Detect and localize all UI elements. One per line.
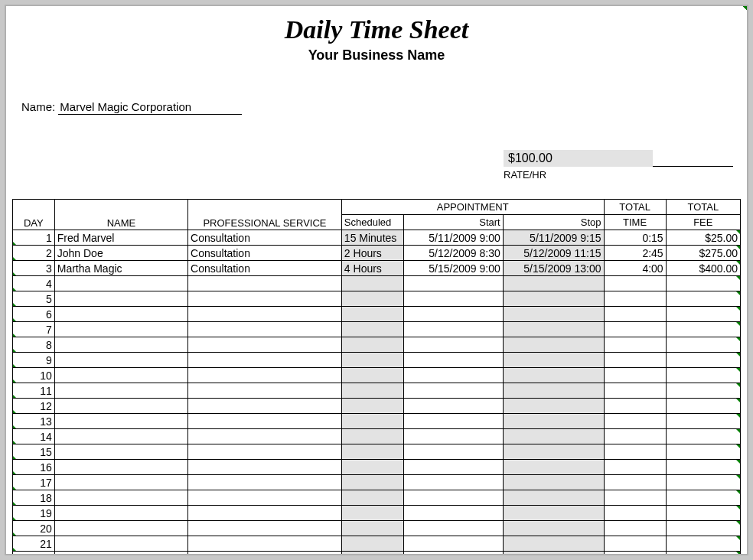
cell-scheduled[interactable] [341, 322, 403, 337]
cell-fee[interactable] [666, 276, 740, 291]
cell-fee[interactable] [666, 521, 740, 536]
cell-start[interactable] [403, 429, 503, 444]
cell-stop[interactable] [503, 460, 604, 475]
cell-day[interactable]: 12 [13, 399, 55, 414]
cell-fee[interactable]: $275.00 [666, 246, 740, 261]
cell-service[interactable] [188, 506, 342, 521]
cell-stop[interactable] [503, 521, 604, 536]
cell-start[interactable] [403, 383, 503, 399]
cell-name[interactable]: Fred Marvel [54, 230, 187, 246]
cell-start[interactable] [403, 536, 503, 552]
cell-day[interactable]: 8 [13, 337, 55, 353]
cell-scheduled[interactable] [341, 414, 403, 429]
cell-name[interactable] [54, 291, 187, 307]
cell-start[interactable] [403, 521, 503, 536]
cell-scheduled[interactable] [341, 429, 403, 444]
cell-time[interactable] [604, 353, 666, 368]
cell-service[interactable] [188, 536, 342, 552]
cell-day[interactable]: 11 [13, 383, 55, 399]
cell-day[interactable]: 14 [13, 429, 55, 444]
cell-scheduled[interactable] [341, 368, 403, 383]
cell-name[interactable] [54, 506, 187, 521]
cell-name[interactable]: Martha Magic [54, 261, 187, 276]
cell-fee[interactable] [666, 429, 740, 444]
cell-day[interactable]: 5 [13, 291, 55, 307]
cell-name[interactable] [54, 322, 187, 337]
cell-fee[interactable] [666, 322, 740, 337]
cell-scheduled[interactable] [341, 337, 403, 353]
cell-stop[interactable] [503, 276, 604, 291]
cell-name[interactable] [54, 490, 187, 506]
cell-stop[interactable]: 5/15/2009 13:00 [503, 261, 604, 276]
cell-name[interactable] [54, 429, 187, 444]
cell-day[interactable]: 13 [13, 414, 55, 429]
cell-fee[interactable] [666, 337, 740, 353]
cell-fee[interactable] [666, 291, 740, 307]
cell-time[interactable] [604, 322, 666, 337]
rate-input[interactable]: $100.00 [504, 150, 653, 167]
cell-service[interactable] [188, 353, 342, 368]
cell-fee[interactable] [666, 506, 740, 521]
cell-time[interactable] [604, 291, 666, 307]
cell-service[interactable] [188, 276, 342, 291]
cell-start[interactable] [403, 337, 503, 353]
cell-time[interactable] [604, 368, 666, 383]
cell-name[interactable] [54, 552, 187, 556]
cell-time[interactable] [604, 383, 666, 399]
cell-day[interactable]: 18 [13, 490, 55, 506]
cell-scheduled[interactable] [341, 291, 403, 307]
cell-name[interactable] [54, 383, 187, 399]
cell-fee[interactable] [666, 552, 740, 556]
cell-fee[interactable] [666, 383, 740, 399]
cell-name[interactable]: John Doe [54, 246, 187, 261]
cell-day[interactable]: 2 [13, 246, 55, 261]
cell-service[interactable] [188, 414, 342, 429]
cell-scheduled[interactable]: 4 Hours [341, 261, 403, 276]
cell-day[interactable]: 7 [13, 322, 55, 337]
cell-scheduled[interactable] [341, 307, 403, 322]
cell-stop[interactable] [503, 506, 604, 521]
cell-start[interactable] [403, 399, 503, 414]
cell-time[interactable] [604, 536, 666, 552]
cell-start[interactable] [403, 368, 503, 383]
cell-service[interactable] [188, 444, 342, 460]
cell-time[interactable] [604, 552, 666, 556]
cell-time[interactable] [604, 444, 666, 460]
cell-time[interactable] [604, 276, 666, 291]
cell-time[interactable] [604, 307, 666, 322]
cell-service[interactable] [188, 337, 342, 353]
cell-stop[interactable]: 5/11/2009 9:15 [503, 230, 604, 246]
cell-service[interactable] [188, 460, 342, 475]
cell-stop[interactable] [503, 414, 604, 429]
cell-start[interactable] [403, 307, 503, 322]
cell-scheduled[interactable] [341, 399, 403, 414]
cell-stop[interactable]: 5/12/2009 11:15 [503, 246, 604, 261]
cell-time[interactable] [604, 337, 666, 353]
cell-name[interactable] [54, 368, 187, 383]
cell-name[interactable] [54, 276, 187, 291]
cell-service[interactable]: Consultation [188, 230, 342, 246]
cell-time[interactable] [604, 506, 666, 521]
cell-stop[interactable] [503, 383, 604, 399]
cell-stop[interactable] [503, 368, 604, 383]
cell-stop[interactable] [503, 475, 604, 490]
cell-name[interactable] [54, 460, 187, 475]
cell-stop[interactable] [503, 322, 604, 337]
cell-name[interactable] [54, 521, 187, 536]
cell-name[interactable] [54, 444, 187, 460]
cell-start[interactable] [403, 506, 503, 521]
cell-fee[interactable] [666, 475, 740, 490]
name-input[interactable]: Marvel Magic Corporation [58, 100, 242, 115]
cell-time[interactable] [604, 490, 666, 506]
cell-name[interactable] [54, 399, 187, 414]
cell-fee[interactable] [666, 460, 740, 475]
cell-service[interactable]: Consultation [188, 261, 342, 276]
cell-time[interactable] [604, 429, 666, 444]
cell-time[interactable] [604, 460, 666, 475]
cell-scheduled[interactable] [341, 552, 403, 556]
cell-time[interactable]: 2:45 [604, 246, 666, 261]
cell-day[interactable]: 21 [13, 536, 55, 552]
cell-scheduled[interactable] [341, 521, 403, 536]
cell-service[interactable] [188, 291, 342, 307]
cell-scheduled[interactable] [341, 353, 403, 368]
